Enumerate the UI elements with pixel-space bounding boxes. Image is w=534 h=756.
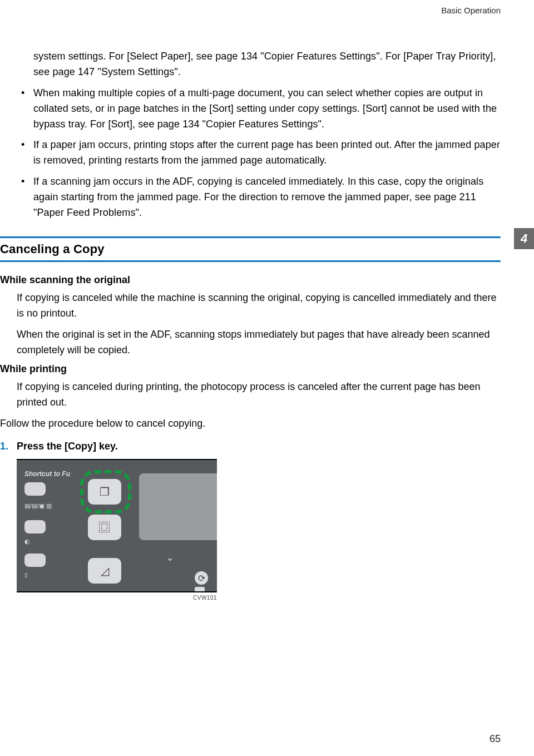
bullet-text: If a scanning jam occurs in the ADF, cop… bbox=[33, 174, 501, 221]
refresh-button bbox=[195, 587, 205, 592]
panel-button bbox=[24, 482, 46, 496]
copy-key-icon: ❐ bbox=[100, 485, 110, 498]
contrast-icon: ◐ bbox=[24, 538, 30, 545]
running-header: Basic Operation bbox=[441, 6, 501, 15]
chapter-thumb-tab: 4 bbox=[514, 228, 534, 249]
mode-icons-strip: ▤/▤/▣ ▥ bbox=[24, 502, 52, 510]
bullet-item: If a paper jam occurs, printing stops af… bbox=[17, 137, 501, 169]
section-heading-canceling-a-copy: Canceling a Copy bbox=[0, 242, 501, 256]
refresh-control: ⟳ bbox=[195, 571, 209, 592]
bullet-text: If a paper jam occurs, printing stops af… bbox=[33, 137, 501, 169]
step-item: 1. Press the [Copy] key. bbox=[0, 441, 501, 452]
continued-paragraph: system settings. For [Select Paper], see… bbox=[17, 49, 501, 80]
body-paragraph: If copying is canceled while the machine… bbox=[0, 290, 501, 322]
copy-key-button: ❐ bbox=[88, 479, 121, 505]
scan-icon: ◿ bbox=[101, 564, 109, 577]
body-paragraph: When the original is set in the ADF, sca… bbox=[0, 327, 501, 358]
bullet-item: If a scanning jam occurs in the ADF, cop… bbox=[17, 174, 501, 221]
panel-button bbox=[24, 554, 46, 567]
bullet-item: When making multiple copies of a multi-p… bbox=[17, 86, 501, 132]
id-card-button: ⿴ bbox=[88, 515, 121, 540]
panel-button bbox=[24, 520, 46, 533]
panel-display bbox=[139, 473, 217, 540]
body-paragraph: If copying is canceled during printing, … bbox=[0, 379, 501, 411]
refresh-icon: ⟳ bbox=[195, 571, 208, 585]
figure-caption: CVW101 bbox=[17, 595, 217, 601]
scan-button: ◿ bbox=[88, 558, 121, 584]
control-panel-illustration: Shortcut to Fu ▤/▤/▣ ▥ ◐ ▯ ❐ ⿴ ◿ ⌄ ⟳ bbox=[17, 459, 217, 592]
shortcut-label: Shortcut to Fu bbox=[24, 470, 70, 478]
tray-icon: ▯ bbox=[24, 571, 28, 579]
subheading-while-printing: While printing bbox=[0, 363, 501, 375]
chevron-down-icon: ⌄ bbox=[166, 551, 174, 564]
step-text: Press the [Copy] key. bbox=[17, 441, 118, 452]
page-number: 65 bbox=[490, 733, 501, 745]
bullet-text: When making multiple copies of a multi-p… bbox=[33, 86, 501, 132]
lead-paragraph: Follow the procedure below to cancel cop… bbox=[0, 416, 501, 432]
id-card-icon: ⿴ bbox=[99, 521, 110, 534]
figure-copy-key: Shortcut to Fu ▤/▤/▣ ▥ ◐ ▯ ❐ ⿴ ◿ ⌄ ⟳ CVW… bbox=[17, 459, 217, 601]
subheading-while-scanning: While scanning the original bbox=[0, 274, 501, 286]
step-number: 1. bbox=[0, 441, 8, 452]
